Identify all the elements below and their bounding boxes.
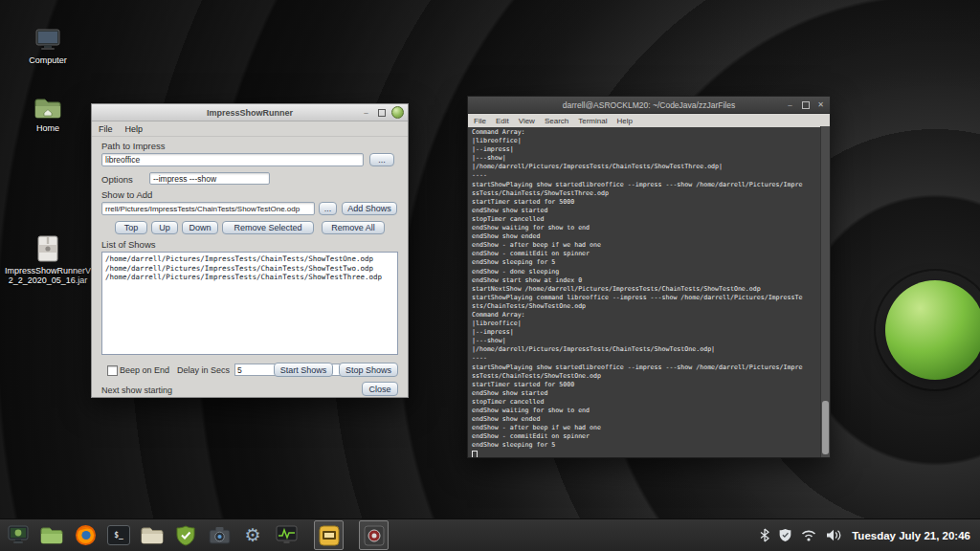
taskbar: $_ ⚙: [0, 518, 980, 551]
terminal-line: sts/ChainTests/ShowTestOne.odp: [472, 302, 817, 311]
delay-spinner[interactable]: ▲ ▼: [234, 364, 260, 376]
terminal-launcher[interactable]: $_: [106, 523, 131, 548]
terminal-line: endShow - commitEdit on spinner: [472, 250, 817, 258]
terminal-window: darrell@ASROCKLM20: ~/CodeJava/zzJarFile…: [467, 96, 831, 458]
volume-icon: [826, 528, 842, 542]
terminal-line: |libreoffice|: [472, 320, 817, 328]
remove-selected-button[interactable]: Remove Selected: [222, 221, 314, 234]
volume-tray[interactable]: [826, 528, 842, 542]
clock[interactable]: Tuesday July 21, 20:46: [852, 530, 970, 541]
menu-help[interactable]: Help: [125, 124, 144, 134]
terminal-line: startShowPlaying command libreoffice --i…: [472, 294, 817, 302]
security-tray[interactable]: [779, 528, 791, 542]
beep-on-end-checkbox[interactable]: [107, 365, 118, 376]
computer-icon: [35, 29, 60, 52]
desktop-icon-jar[interactable]: ImpressShowRunnerV 2_2_2020_05_16.jar: [6, 235, 90, 285]
mint-menu-icon: [7, 524, 30, 547]
browse-path-button[interactable]: ...: [369, 153, 394, 166]
terminal-line: |--impress|: [472, 328, 817, 337]
add-shows-button[interactable]: Add Shows: [342, 202, 397, 215]
terminal-line: endShow waiting for show to end: [472, 407, 817, 415]
show-list-item[interactable]: /home/darrell/Pictures/ImpressTests/Chai…: [105, 264, 394, 274]
terminal-line: |libreoffice|: [472, 137, 817, 145]
settings-launcher[interactable]: ⚙: [240, 523, 265, 548]
terminal-line: startTimer started for 5000: [472, 381, 817, 389]
taskbar-window-impressshowrunner[interactable]: [314, 520, 344, 550]
terminal-menu-item[interactable]: Edit: [496, 117, 509, 125]
up-button[interactable]: Up: [151, 221, 178, 234]
terminal-line: endShow start show at index 0: [472, 276, 817, 285]
terminal-line: |---show|: [472, 337, 817, 345]
firefox-launcher[interactable]: [73, 523, 98, 548]
terminal-line: endShow - commitEdit on spinner: [472, 432, 817, 441]
file-manager-launcher[interactable]: [140, 523, 165, 548]
network-tray[interactable]: [801, 529, 816, 541]
app-titlebar[interactable]: ImpressShowRunner –: [92, 104, 408, 121]
impressshowrunner-window: ImpressShowRunner – File Help Path to Im…: [91, 103, 409, 398]
terminal-scrollbar-thumb[interactable]: [822, 401, 829, 454]
close-button[interactable]: Close: [362, 382, 398, 396]
jar-file-icon: [36, 235, 59, 262]
shows-listbox[interactable]: /home/darrell/Pictures/ImpressTests/Chai…: [101, 252, 398, 355]
maximize-icon[interactable]: [376, 107, 387, 118]
status-text: Next show starting: [101, 386, 172, 395]
terminal-line: endShow waiting for show to end: [472, 224, 817, 232]
terminal-icon: $_: [107, 525, 130, 545]
desktop-icon-computer[interactable]: Computer: [10, 29, 86, 65]
terminal-line: endShow sleeping for 5: [472, 258, 817, 267]
desktop-wallpaper: Computer Home ImpressShowRunnerV 2_2_202…: [0, 0, 980, 551]
system-monitor-launcher[interactable]: [274, 523, 299, 548]
mint-menu-button[interactable]: [6, 523, 31, 548]
terminal-menu-item[interactable]: Search: [545, 117, 568, 125]
terminal-line: ----: [472, 171, 817, 180]
terminal-output: Command Array:|libreoffice||--impress||-…: [468, 126, 821, 457]
files-launcher[interactable]: [39, 523, 64, 548]
close-icon[interactable]: [391, 106, 404, 119]
terminal-line: Command Array:: [472, 311, 817, 320]
terminal-scrollbar[interactable]: [820, 126, 830, 457]
terminal-menu-item[interactable]: Help: [616, 117, 632, 125]
terminal-menubar: FileEditViewSearchTerminalHelp: [468, 114, 830, 127]
wifi-icon: [801, 529, 816, 541]
file-manager-icon: [141, 526, 164, 545]
show-to-add-input[interactable]: [101, 202, 315, 215]
path-to-impress-label: Path to Impress: [101, 141, 166, 151]
terminal-line: endShow show ended: [472, 415, 817, 424]
desktop-icon-label-line2: 2_2_2020_05_16.jar: [9, 276, 88, 285]
maximize-icon[interactable]: [800, 99, 811, 110]
menu-file[interactable]: File: [99, 124, 113, 134]
terminal-menu-item[interactable]: Terminal: [578, 117, 607, 125]
terminal-line: endShow show started: [472, 389, 817, 398]
bluetooth-tray[interactable]: [760, 528, 769, 542]
terminal-line: stopTimer cancelled: [472, 398, 817, 407]
terminal-line: ----: [472, 354, 817, 363]
close-icon[interactable]: ✕: [815, 99, 826, 110]
terminal-line: ssTests/ChainTests/ShowTestThree.odp: [472, 189, 817, 198]
terminal-window-title: darrell@ASROCKLM20: ~/CodeJava/zzJarFile…: [468, 100, 830, 110]
minimize-icon[interactable]: –: [785, 99, 795, 110]
minimize-icon[interactable]: –: [361, 107, 371, 118]
start-shows-button[interactable]: Start Shows: [274, 363, 333, 377]
top-button[interactable]: Top: [115, 221, 147, 234]
options-input[interactable]: [149, 172, 270, 185]
wallpaper-green-button: [885, 280, 980, 380]
terminal-titlebar[interactable]: darrell@ASROCKLM20: ~/CodeJava/zzJarFile…: [468, 97, 830, 114]
remove-all-button[interactable]: Remove All: [322, 221, 385, 234]
show-list-item[interactable]: /home/darrell/Pictures/ImpressTests/Chai…: [105, 254, 394, 264]
screenshot-launcher[interactable]: [207, 523, 232, 548]
stop-shows-button[interactable]: Stop Shows: [339, 363, 398, 377]
terminal-menu-item[interactable]: View: [519, 117, 535, 125]
taskbar-window-screenrecorder[interactable]: [359, 520, 389, 550]
down-button[interactable]: Down: [182, 221, 218, 234]
terminal-line: stopTimer cancelled: [472, 215, 817, 224]
antivirus-launcher[interactable]: [173, 523, 198, 548]
browse-show-button[interactable]: ...: [319, 202, 337, 215]
desktop-icon-home[interactable]: Home: [10, 98, 86, 133]
path-to-impress-input[interactable]: [101, 153, 364, 166]
bluetooth-icon: [760, 528, 769, 542]
terminal-line: endShow sleeping for 5: [472, 441, 817, 450]
terminal-menu-item[interactable]: File: [474, 117, 486, 125]
desktop-icon-label-line1: ImpressShowRunnerV: [5, 266, 91, 276]
options-label: Options: [101, 174, 133, 185]
show-list-item[interactable]: /home/darrell/Pictures/ImpressTests/Chai…: [105, 273, 394, 282]
